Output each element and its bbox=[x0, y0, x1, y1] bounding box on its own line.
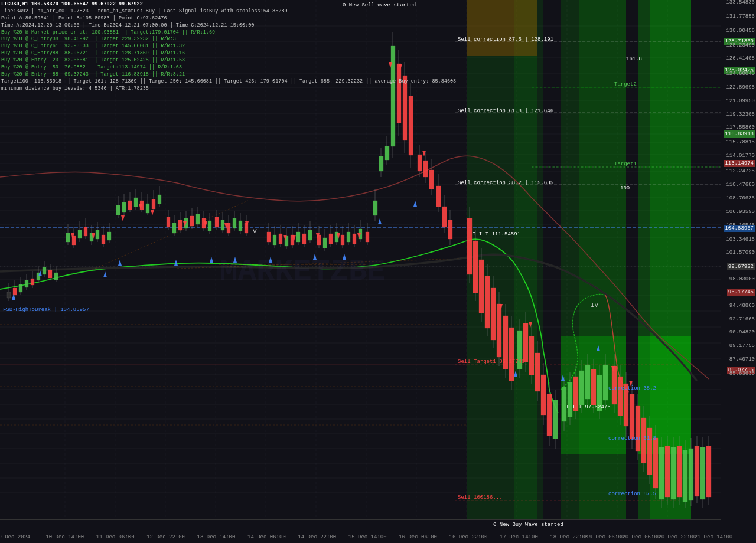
svg-rect-152 bbox=[273, 235, 276, 245]
svg-rect-270 bbox=[653, 438, 658, 488]
svg-rect-116 bbox=[146, 204, 149, 213]
time-label-13: 19 Dec 06:00 bbox=[586, 534, 624, 540]
svg-rect-84 bbox=[43, 267, 46, 274]
svg-rect-206 bbox=[442, 207, 447, 227]
svg-rect-260 bbox=[624, 384, 628, 426]
svg-rect-88 bbox=[54, 273, 58, 280]
price-89: 89.17755 bbox=[729, 343, 755, 349]
svg-rect-162 bbox=[302, 234, 306, 244]
price-94: 94.48860 bbox=[729, 303, 755, 309]
price-106: 106.93590 bbox=[726, 209, 755, 215]
price-116: 116.83918 bbox=[724, 130, 755, 138]
time-label-5: 13 Dec 14:00 bbox=[197, 534, 236, 540]
svg-rect-80 bbox=[31, 279, 34, 285]
svg-rect-202 bbox=[429, 170, 434, 189]
price-133: 133.54836 bbox=[726, 0, 755, 5]
svg-rect-278 bbox=[677, 446, 682, 497]
svg-rect-102 bbox=[102, 235, 105, 244]
svg-rect-168 bbox=[323, 238, 327, 248]
price-104: 104.83957 bbox=[724, 225, 755, 232]
price-101: 101.57090 bbox=[726, 250, 755, 256]
svg-rect-264 bbox=[636, 406, 640, 451]
svg-rect-214 bbox=[479, 260, 484, 313]
svg-rect-200 bbox=[423, 161, 428, 177]
svg-rect-182 bbox=[366, 232, 369, 242]
svg-rect-238 bbox=[553, 400, 558, 439]
svg-marker-293 bbox=[174, 260, 178, 266]
chart-svg: IV V bbox=[0, 0, 721, 519]
svg-rect-192 bbox=[397, 64, 401, 123]
price-90: 90.94820 bbox=[729, 329, 755, 335]
svg-rect-138 bbox=[215, 217, 219, 227]
svg-rect-146 bbox=[239, 221, 242, 231]
svg-rect-288 bbox=[706, 446, 711, 497]
svg-rect-208 bbox=[448, 220, 452, 239]
svg-rect-286 bbox=[700, 447, 705, 499]
svg-rect-234 bbox=[541, 375, 546, 415]
svg-marker-296 bbox=[269, 257, 272, 263]
svg-rect-150 bbox=[267, 232, 271, 242]
svg-rect-108 bbox=[122, 202, 126, 212]
svg-rect-110 bbox=[128, 201, 132, 210]
svg-rect-160 bbox=[296, 232, 300, 242]
svg-rect-266 bbox=[641, 418, 646, 463]
svg-text:IV: IV bbox=[591, 302, 599, 309]
price-124: 124.60040 bbox=[726, 71, 755, 77]
svg-rect-222 bbox=[503, 316, 508, 369]
price-92: 92.71665 bbox=[729, 316, 755, 322]
svg-rect-130 bbox=[190, 216, 194, 226]
price-96: 96.17745 bbox=[727, 289, 755, 296]
price-115: 115.78815 bbox=[726, 139, 755, 145]
svg-rect-276 bbox=[671, 447, 676, 499]
svg-rect-144 bbox=[233, 218, 236, 228]
svg-rect-246 bbox=[579, 371, 584, 405]
svg-marker-291 bbox=[103, 272, 107, 277]
price-axis: 133.54836 131.77856 130.00456 128.71369 … bbox=[721, 0, 756, 519]
price-128b: 128.23495 bbox=[726, 42, 755, 48]
time-label-3: 11 Dec 06:00 bbox=[96, 534, 135, 540]
svg-rect-216 bbox=[485, 276, 490, 328]
svg-rect-244 bbox=[573, 377, 578, 411]
svg-rect-204 bbox=[436, 186, 441, 207]
svg-rect-220 bbox=[497, 304, 501, 357]
svg-marker-295 bbox=[233, 257, 237, 263]
svg-rect-122 bbox=[167, 217, 170, 227]
price-117: 117.55860 bbox=[726, 125, 755, 130]
svg-rect-280 bbox=[683, 450, 687, 502]
time-label-11: 17 Dec 14:00 bbox=[500, 534, 538, 540]
svg-rect-242 bbox=[568, 382, 572, 417]
svg-rect-218 bbox=[491, 288, 496, 340]
svg-marker-308 bbox=[151, 210, 154, 215]
svg-rect-232 bbox=[535, 353, 540, 391]
svg-rect-212 bbox=[473, 241, 478, 293]
svg-rect-282 bbox=[689, 449, 693, 500]
svg-rect-184 bbox=[373, 201, 377, 215]
price-126: 126.41408 bbox=[726, 55, 755, 61]
svg-rect-188 bbox=[385, 146, 389, 160]
svg-rect-228 bbox=[523, 323, 528, 362]
svg-rect-164 bbox=[308, 230, 312, 240]
svg-rect-136 bbox=[208, 221, 211, 231]
svg-rect-86 bbox=[48, 270, 52, 278]
svg-rect-90 bbox=[66, 233, 70, 242]
svg-text:V: V bbox=[253, 228, 257, 235]
price-121: 121.09950 bbox=[726, 98, 755, 104]
svg-rect-284 bbox=[695, 446, 699, 496]
svg-rect-72 bbox=[7, 292, 11, 298]
svg-rect-78 bbox=[25, 280, 28, 287]
svg-rect-124 bbox=[172, 223, 176, 233]
svg-marker-299 bbox=[378, 218, 382, 224]
svg-rect-272 bbox=[659, 447, 664, 499]
svg-rect-176 bbox=[347, 232, 350, 242]
svg-rect-268 bbox=[647, 428, 652, 475]
svg-rect-94 bbox=[78, 230, 82, 238]
svg-rect-190 bbox=[391, 46, 395, 146]
time-axis: 9 Dec 2024 10 Dec 14:00 11 Dec 06:00 12 … bbox=[0, 519, 721, 543]
price-113: 113.14974 bbox=[724, 160, 755, 167]
svg-rect-250 bbox=[591, 369, 596, 405]
svg-rect-230 bbox=[529, 336, 534, 375]
svg-rect-120 bbox=[158, 195, 161, 204]
svg-rect-252 bbox=[597, 375, 602, 411]
svg-rect-170 bbox=[329, 234, 333, 244]
svg-rect-76 bbox=[19, 284, 22, 292]
